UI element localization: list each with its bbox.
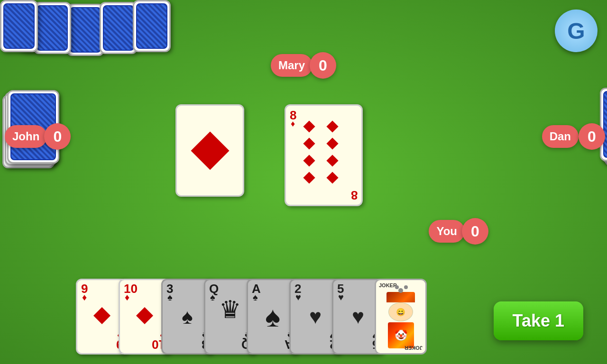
- you-score-number: 0: [462, 218, 488, 245]
- svg-marker-9: [93, 307, 110, 324]
- as-center: ♠: [265, 300, 280, 333]
- diamond-suit-center: [177, 106, 243, 195]
- dan-score-badge: 0 Dan: [539, 123, 602, 150]
- mary-name-label: Mary: [271, 54, 313, 77]
- svg-marker-5: [303, 155, 315, 166]
- svg-marker-0: [191, 131, 229, 170]
- 2h-center: ♥: [309, 305, 322, 328]
- 10d-suit-tl: ♦: [125, 292, 129, 302]
- svg-marker-3: [303, 137, 315, 149]
- played-card-eight: 8 ♦ 8: [285, 104, 363, 206]
- you-name-label: You: [429, 220, 465, 243]
- svg-marker-2: [326, 120, 338, 132]
- mary-card-4: [100, 2, 138, 54]
- svg-marker-6: [326, 155, 338, 166]
- take-button[interactable]: Take 1: [494, 301, 583, 340]
- mary-card-2: [33, 2, 71, 54]
- played-card-diamond: [175, 104, 244, 197]
- qs-suit-tl: ♠: [210, 292, 215, 302]
- 9d-center: [92, 306, 111, 327]
- 3s-center: ♠: [182, 305, 193, 328]
- john-score-number: 0: [44, 123, 71, 150]
- mary-cards: [0, 0, 607, 52]
- mary-card-3: [66, 4, 104, 56]
- svg-marker-8: [326, 172, 338, 183]
- joker-label-br: JOKER: [405, 345, 423, 351]
- 5h-center: ♥: [352, 305, 364, 328]
- mary-card-1: [0, 0, 38, 52]
- svg-marker-7: [303, 172, 315, 183]
- eight-rank-br: 8: [351, 188, 358, 202]
- svg-marker-4: [326, 137, 338, 149]
- 2h-suit-tl: ♥: [295, 292, 301, 302]
- john-score-badge: John 0: [5, 123, 71, 150]
- eight-diamonds-grid: [303, 120, 345, 184]
- 3s-suit-tl: ♠: [167, 292, 173, 302]
- eight-suit-tl: ♦: [291, 119, 295, 129]
- svg-marker-10: [136, 307, 153, 324]
- you-score-badge: You 0: [429, 218, 488, 245]
- dan-score-number: 0: [579, 123, 605, 150]
- game-area: ⚙ G Mary 0: [0, 0, 607, 364]
- john-name-label: John: [5, 125, 47, 148]
- hand-area: 9 ♦ 9 ♦ 10 ♦ 10 ♦ 3 ♠ ♠ 3 ♠: [76, 279, 417, 355]
- hand-card-joker[interactable]: JOKER 😄 🤡 JOKER: [375, 279, 427, 355]
- qs-center: ♛: [219, 295, 241, 324]
- mary-score-badge: Mary 0: [271, 52, 336, 79]
- svg-marker-1: [303, 120, 315, 132]
- joker-figure: 😄 🤡: [382, 292, 420, 344]
- 5h-suit-tl: ♥: [338, 292, 344, 302]
- as-suit-tl: ♠: [253, 292, 258, 302]
- mary-score-number: 0: [310, 52, 336, 79]
- dan-name-label: Dan: [542, 125, 579, 148]
- mary-card-5: [133, 0, 171, 52]
- take-button-label: Take 1: [513, 311, 564, 330]
- joker-label-tl: JOKER: [379, 282, 397, 289]
- 9d-suit-tl: ♦: [82, 292, 87, 302]
- 10d-center: [135, 306, 154, 327]
